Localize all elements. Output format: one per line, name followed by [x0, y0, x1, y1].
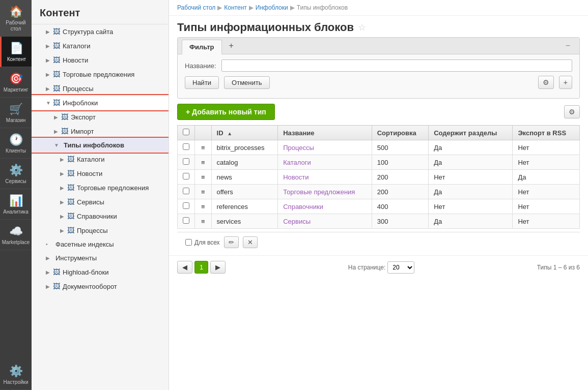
content-panel: Рабочий стол ▶ Контент ▶ Инфоблоки ▶ Тип… [169, 0, 588, 390]
tree-item-catalogs[interactable]: ▶ 🖼 Каталоги [32, 39, 169, 53]
arrow-icon: ▶ [46, 57, 51, 63]
row-checkbox-cell [178, 155, 195, 170]
row-sections-cell: Да [429, 185, 513, 199]
sidebar-item-settings[interactable]: ⚙️ Настройки [0, 359, 32, 390]
tree-item-docs[interactable]: ▶ 🖼 Документооборот [32, 279, 169, 293]
row-checkbox[interactable] [183, 217, 189, 224]
sidebar-item-analytics[interactable]: 📊 Аналитика [0, 189, 32, 220]
page-title: Типы информационных блоков [177, 21, 354, 34]
th-id[interactable]: ID ▲ [211, 126, 278, 140]
filter-add-button[interactable]: + [559, 76, 572, 89]
select-all-checkbox[interactable] [183, 129, 189, 135]
row-name-link[interactable]: Торговые предложения [283, 188, 355, 196]
th-sections[interactable]: Содержит разделы [429, 126, 513, 140]
filter-tab[interactable]: Фильтр [182, 40, 222, 54]
arrow-icon: ▶ [54, 129, 59, 134]
tree-item-references[interactable]: ▶ 🖼 Справочники [32, 209, 169, 223]
sidebar-item-marketing[interactable]: 🎯 Маркетинг [0, 67, 32, 98]
tree-item-export[interactable]: ▶ 🖼 Экспорт [32, 110, 169, 124]
row-id-cell: bitrix_processes [211, 140, 278, 155]
breadcrumb-content[interactable]: Контент [224, 4, 246, 11]
row-name-link[interactable]: Справочники [283, 203, 323, 211]
th-sort[interactable]: Сортировка [372, 126, 429, 140]
delete-button[interactable]: ✕ [243, 236, 258, 248]
tree-item-site-structure[interactable]: ▶ 🖼 Структура сайта [32, 24, 169, 39]
filter-add-icon[interactable]: + [224, 38, 239, 53]
tree-item-highload[interactable]: ▶ 🖼 Highload-блоки [32, 265, 169, 279]
tree-item-cat2[interactable]: ▶ 🖼 Каталоги [32, 152, 169, 166]
services-icon: ⚙️ [9, 164, 23, 177]
tree-item-processes[interactable]: ▶ 🖼 Процессы [32, 81, 169, 96]
add-new-type-button[interactable]: + Добавить новый тип [177, 104, 275, 120]
page-1-button[interactable]: 1 [194, 261, 208, 274]
drag-handle-icon[interactable]: ≡ [201, 203, 205, 211]
row-rss-cell: Нет [513, 185, 580, 199]
drag-handle-icon[interactable]: ≡ [201, 218, 205, 225]
breadcrumb-dashboard[interactable]: Рабочий стол [177, 4, 215, 11]
table-settings-button[interactable]: ⚙ [564, 105, 580, 118]
row-checkbox[interactable] [183, 188, 189, 194]
arrow-icon: ▶ [60, 185, 65, 191]
row-name-link[interactable]: Новости [283, 173, 309, 181]
row-checkbox[interactable] [183, 173, 189, 179]
tree-item-services2[interactable]: ▶ 🖼 Сервисы [32, 195, 169, 209]
tree-item-iblock-types[interactable]: ▼ Типы инфоблоков [32, 138, 169, 152]
analytics-icon: 📊 [9, 194, 23, 207]
breadcrumb: Рабочий стол ▶ Контент ▶ Инфоблоки ▶ Тип… [169, 0, 588, 16]
breadcrumb-infoblocks[interactable]: Инфоблоки [256, 4, 288, 11]
prev-page-button[interactable]: ◀ [177, 261, 192, 274]
folder-icon: 🖼 [53, 84, 60, 93]
home-icon: 🏠 [9, 5, 23, 18]
tree-item-import[interactable]: ▶ 🖼 Импорт [32, 124, 169, 138]
tree-item-facets[interactable]: • Фасетные индексы [32, 237, 169, 251]
drag-handle-icon[interactable]: ≡ [201, 173, 205, 181]
find-button[interactable]: Найти [185, 76, 219, 89]
data-table: ID ▲ Название Сортировка Содержит раздел… [177, 125, 580, 229]
sidebar-item-content[interactable]: 📄 Контент [0, 37, 32, 67]
filter-collapse-icon[interactable]: − [561, 38, 575, 53]
sidebar-item-dashboard[interactable]: 🏠 Рабочийстол [0, 0, 32, 37]
sidebar-item-services[interactable]: ⚙️ Сервисы [0, 159, 32, 189]
row-name-link[interactable]: Процессы [283, 144, 314, 152]
tree-item-offers2[interactable]: ▶ 🖼 Торговые предложения [32, 181, 169, 195]
drag-handle-icon[interactable]: ≡ [201, 188, 205, 196]
filter-name-input[interactable] [221, 59, 572, 72]
tree-item-processes2[interactable]: ▶ 🖼 Процессы [32, 223, 169, 237]
th-rss[interactable]: Экспорт в RSS [513, 126, 580, 140]
sidebar-item-shop[interactable]: 🛒 Магазин [0, 98, 32, 128]
marketplace-icon: ☁️ [9, 225, 23, 238]
filter-settings-button[interactable]: ⚙ [538, 76, 554, 89]
row-handle-cell: ≡ [195, 170, 212, 185]
favorite-star-icon[interactable]: ☆ [358, 22, 366, 33]
row-name-link[interactable]: Сервисы [283, 218, 311, 225]
cancel-button[interactable]: Отменить [224, 76, 269, 89]
row-sections-cell: Да [429, 155, 513, 170]
row-checkbox[interactable] [183, 202, 189, 209]
row-handle-cell: ≡ [195, 214, 212, 229]
row-name-link[interactable]: Каталоги [283, 159, 311, 166]
add-row: + Добавить новый тип ⚙ [177, 104, 580, 120]
per-page-select[interactable]: 20 50 100 [387, 261, 414, 274]
row-checkbox[interactable] [183, 143, 189, 150]
sidebar-item-clients[interactable]: 🕐 Клиенты [0, 128, 32, 159]
drag-handle-icon[interactable]: ≡ [201, 159, 205, 166]
drag-handle-icon[interactable]: ≡ [201, 144, 205, 152]
tree-item-offers[interactable]: ▶ 🖼 Торговые предложения [32, 67, 169, 81]
sidebar-item-marketplace[interactable]: ☁️ Marketplace [0, 220, 32, 250]
tree-item-infoblocks[interactable]: ▼ 🖼 Инфоблоки [32, 96, 169, 110]
tree-item-tools[interactable]: ▶ Инструменты [32, 251, 169, 265]
th-name[interactable]: Название [278, 126, 372, 140]
bullet-icon: • [46, 242, 51, 247]
next-page-button[interactable]: ▶ [210, 261, 226, 274]
folder-icon: 🖼 [53, 56, 60, 64]
tree-item-news2[interactable]: ▶ 🖼 Новости [32, 166, 169, 181]
edit-button[interactable]: ✏ [224, 236, 239, 248]
arrow-icon: ▶ [60, 214, 65, 219]
row-name-cell: Сервисы [278, 214, 372, 229]
tree-item-news[interactable]: ▶ 🖼 Новости [32, 53, 169, 67]
for-all-checkbox[interactable] [185, 239, 192, 246]
folder-icon: 🖼 [61, 113, 68, 121]
sep3: ▶ [290, 4, 295, 11]
row-checkbox[interactable] [183, 158, 189, 165]
filter-tabs: Фильтр + − [178, 38, 579, 54]
